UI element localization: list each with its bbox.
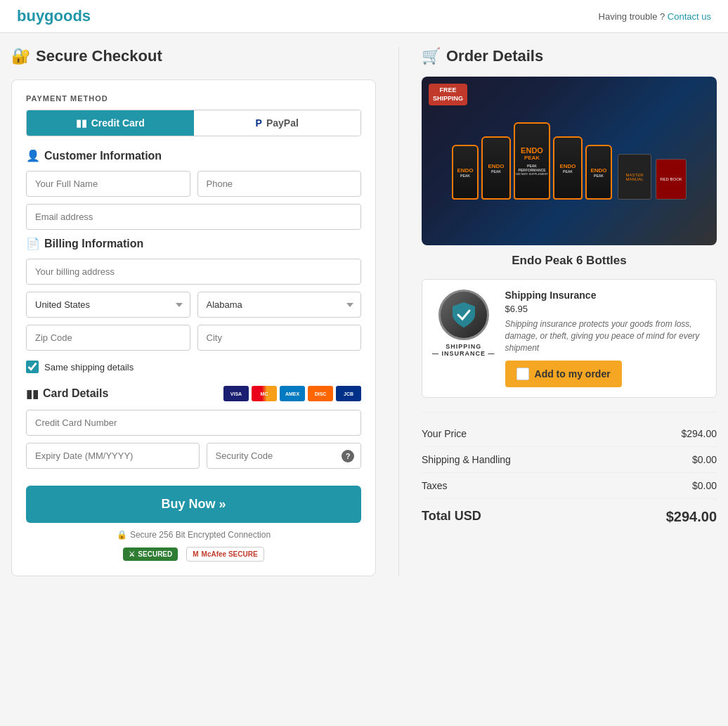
book-1: MASTER MANUAL (618, 154, 651, 200)
mcafee-icon: M (193, 550, 198, 558)
price-row-1: Shipping & Handling $0.00 (422, 447, 717, 473)
checkout-title: 🔐 Secure Checkout (11, 47, 376, 65)
card-details-title: ▮▮ Card Details (26, 387, 108, 401)
total-amount: $294.00 (666, 509, 717, 525)
price-row-0: Your Price $294.00 (422, 421, 717, 447)
billing-icon: 📄 (26, 237, 40, 250)
address-row (26, 259, 361, 285)
security-wrap: ? (207, 443, 362, 469)
insurance-label: SHIPPING— INSURANCE — (432, 343, 495, 357)
customer-info-title: 👤 Customer Information (26, 149, 361, 162)
secured-badge: ⚔ SECURED (123, 547, 178, 561)
discover-icon: DISC (308, 386, 333, 401)
insurance-content: Shipping Insurance $6.95 Shipping insura… (505, 290, 706, 387)
security-help-icon[interactable]: ? (342, 450, 354, 462)
visa-icon: VISA (223, 386, 249, 401)
price-label-2: Taxes (422, 480, 448, 491)
country-select[interactable]: United States (26, 292, 190, 318)
order-title: 🛒 Order Details (422, 47, 717, 65)
card-number-input[interactable] (26, 410, 361, 436)
credit-card-icon: ▮▮ (76, 117, 87, 129)
price-row-2: Taxes $0.00 (422, 473, 717, 499)
jcb-icon: JCB (336, 386, 361, 401)
tab-paypal[interactable]: P PayPal (194, 110, 361, 136)
cart-icon: 🛒 (422, 47, 441, 65)
secure-note: 🔒 Secure 256 Bit Encrypted Connection (26, 530, 361, 540)
main-container: 🔐 Secure Checkout PAYMENT METHOD ▮▮ Cred… (0, 33, 728, 590)
right-panel: 🛒 Order Details FREE SHIPPING ENDO PEAK … (422, 47, 717, 576)
shield-secured-icon: ⚔ (129, 550, 135, 558)
insurance-box: SHIPPING— INSURANCE — Shipping Insurance… (422, 279, 717, 398)
card-number-row (26, 410, 361, 436)
billing-info-title: 📄 Billing Information (26, 237, 361, 250)
contact-link[interactable]: Contact us (668, 11, 711, 22)
mcafee-badge: M McAfee SECURE (186, 547, 264, 562)
insurance-price: $6.95 (505, 304, 706, 314)
amex-icon: AMEX (280, 386, 305, 401)
price-amount-2: $0.00 (692, 480, 717, 491)
expiry-security-row: ? (26, 443, 361, 469)
card-icon: ▮▮ (26, 387, 39, 401)
tab-credit-card[interactable]: ▮▮ Credit Card (27, 110, 194, 136)
left-panel: 🔐 Secure Checkout PAYMENT METHOD ▮▮ Cred… (11, 47, 376, 576)
total-label: Total USD (422, 509, 481, 525)
product-bottles: ENDO PEAK ENDO PEAK ENDO PEAK PEAK PERFO… (452, 122, 687, 200)
bottle-3: ENDO PEAK PEAK PERFORMANCE DIETARY SUPPL… (514, 122, 550, 200)
book-2: RED BOOK (656, 159, 687, 200)
zip-input[interactable] (26, 325, 190, 351)
logo: buygoods (17, 7, 91, 25)
same-shipping-row: Same shipping details (26, 361, 361, 373)
phone-input[interactable] (197, 171, 362, 197)
zip-city-row (26, 325, 361, 351)
expiry-input[interactable] (26, 443, 200, 469)
country-state-row: United States Alabama (26, 292, 361, 318)
billing-address-input[interactable] (26, 259, 361, 285)
add-order-label: Add to my order (535, 368, 611, 380)
state-select[interactable]: Alabama (197, 292, 362, 318)
price-amount-1: $0.00 (692, 454, 717, 465)
header: buygoods Having trouble ? Contact us (0, 0, 728, 33)
product-image-area: FREE SHIPPING ENDO PEAK ENDO PEAK ENDO (422, 77, 717, 245)
name-phone-row (26, 171, 361, 197)
bottle-5: ENDO PEAK (585, 145, 612, 200)
price-rows: Your Price $294.00 Shipping & Handling $… (422, 412, 717, 532)
payment-method-label: PAYMENT METHOD (26, 94, 361, 103)
email-input[interactable] (26, 204, 361, 230)
total-row: Total USD $294.00 (422, 499, 717, 532)
person-icon: 👤 (26, 149, 40, 162)
email-row (26, 204, 361, 230)
bottle-2: ENDO PEAK (481, 136, 511, 200)
insurance-icon-area: SHIPPING— INSURANCE — (432, 290, 495, 387)
trouble-text: Having trouble ? (599, 11, 665, 22)
city-input[interactable] (197, 325, 362, 351)
header-right: Having trouble ? Contact us (599, 11, 711, 22)
bottle-1: ENDO PEAK (452, 145, 479, 200)
same-shipping-checkbox[interactable] (26, 361, 39, 373)
shield-icon: 🔒 (117, 530, 127, 540)
mastercard-icon: MC (252, 386, 277, 401)
insurance-description: Shipping insurance protects your goods f… (505, 318, 706, 354)
buy-now-button[interactable]: Buy Now » (26, 486, 361, 523)
card-icons: VISA MC AMEX DISC JCB (223, 386, 361, 401)
checkout-card: PAYMENT METHOD ▮▮ Credit Card P PayPal 👤… (11, 79, 376, 576)
trust-badges: ⚔ SECURED M McAfee SECURE (26, 547, 361, 562)
panel-divider (398, 47, 399, 576)
price-label-1: Shipping & Handling (422, 454, 511, 465)
price-amount-0: $294.00 (681, 428, 717, 439)
product-name: Endo Peak 6 Bottles (422, 254, 717, 268)
security-code-input[interactable] (207, 443, 362, 469)
bottle-4: ENDO PEAK (553, 136, 583, 200)
payment-tabs: ▮▮ Credit Card P PayPal (26, 110, 361, 136)
free-shipping-badge: FREE SHIPPING (429, 84, 467, 105)
shield-check-icon (450, 301, 478, 329)
lock-person-icon: 🔐 (11, 47, 30, 65)
insurance-title: Shipping Insurance (505, 290, 706, 301)
add-order-checkbox (516, 368, 529, 380)
product-image: FREE SHIPPING ENDO PEAK ENDO PEAK ENDO (422, 77, 717, 245)
full-name-input[interactable] (26, 171, 190, 197)
paypal-icon: P (256, 117, 262, 129)
same-shipping-label[interactable]: Same shipping details (44, 362, 134, 372)
add-to-order-button[interactable]: Add to my order (505, 361, 622, 387)
insurance-circle (438, 290, 489, 340)
price-label-0: Your Price (422, 428, 467, 439)
